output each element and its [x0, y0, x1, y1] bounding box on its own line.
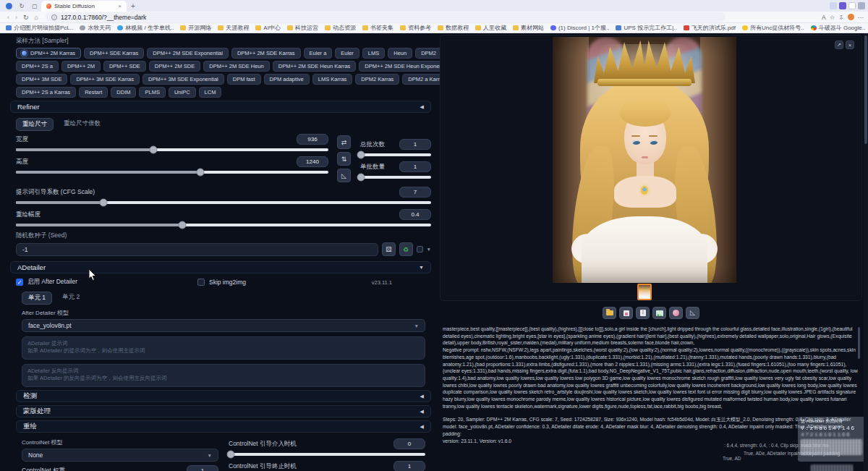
site-info-icon[interactable]: i [51, 14, 57, 20]
sampler-option[interactable]: Restart [79, 87, 108, 98]
sampler-option[interactable]: DPM2 Karras [355, 74, 399, 85]
close-preview-button[interactable]: × [846, 41, 854, 49]
width-value[interactable]: 936 [297, 134, 328, 145]
tab-refresh-icon[interactable]: ↻ [17, 1, 27, 10]
denoise-slider[interactable] [16, 224, 431, 226]
mask-preprocess-accordion[interactable]: 蒙版处理 ◀ [16, 405, 431, 417]
bookmark-item[interactable]: 素材网站 [513, 24, 544, 32]
controlnet-start-knob[interactable] [226, 451, 234, 459]
adetailer-negative-textarea[interactable] [22, 364, 425, 387]
bookmark-item[interactable]: 人里收藏 [475, 24, 506, 32]
bookmark-item[interactable]: 开源网络 [180, 24, 211, 32]
inpaint-accordion[interactable]: 重绘 ◀ [16, 420, 431, 433]
page-scrollbar[interactable] [864, 33, 868, 471]
profile-avatar-icon[interactable] [6, 3, 12, 9]
bookmark-item[interactable]: 介绍图片明细拍摄PcL.. [6, 24, 73, 32]
cfg-value[interactable]: 7 [399, 187, 431, 198]
bookmark-item[interactable]: 林视频 / 生学单线.. [117, 24, 174, 32]
expand-preview-button[interactable]: ↗ [835, 41, 843, 49]
bookmark-item[interactable]: 斗破器斗 Google.. [811, 24, 865, 32]
batch-count-value[interactable]: 1 [399, 139, 431, 150]
sampler-option[interactable]: DPM++ 2M [61, 61, 101, 72]
sampler-option[interactable]: DPM fast [227, 74, 261, 85]
bookmark-item[interactable]: 天涯教程 [218, 24, 249, 32]
sampler-option[interactable]: DPM++ 3M SDE Karras [70, 74, 140, 85]
bookmark-item[interactable]: (1) Discord | 1个服.. [550, 24, 610, 32]
save-image-button[interactable] [619, 307, 633, 319]
adetailer-model-dropdown[interactable]: face_yolov8n.pt ▼ [22, 319, 425, 332]
favorite-star-icon[interactable]: ☆ [830, 14, 835, 21]
extension-icon[interactable] [839, 2, 846, 9]
bookmark-item[interactable]: 动态资源 [325, 24, 356, 32]
tab-actions-icon[interactable]: ▢ [30, 1, 40, 10]
adetailer-prompt-textarea[interactable] [22, 336, 425, 360]
enable-adetailer-checkbox[interactable]: ✓ [16, 279, 23, 286]
sampler-option[interactable]: DPM++ 2M SDE Heun [203, 61, 269, 72]
detect-size-button[interactable]: ◺ [337, 169, 351, 182]
scrollbar-thumb[interactable] [864, 35, 867, 144]
controlnet-start-value[interactable]: 0 [393, 438, 425, 449]
swap-dimensions-button[interactable]: ⇅ [337, 152, 351, 166]
cfg-knob[interactable] [99, 199, 107, 207]
sampler-option[interactable]: DPM++ 2S a Karras [16, 87, 76, 98]
sampler-option[interactable]: DPM++ 2M SDE Heun Karras [273, 61, 357, 72]
denoise-value[interactable]: 0.4 [399, 209, 431, 220]
random-seed-button[interactable]: ⚄ [382, 242, 396, 256]
sampler-option[interactable]: LMS Karras [312, 74, 353, 85]
sampler-option[interactable]: DPM++ SDE Karras [84, 48, 144, 59]
sampler-option[interactable]: DPM++ 2M SDE Karras [231, 48, 301, 59]
bookmark-item[interactable]: AI中心 [255, 24, 281, 32]
sampler-option[interactable]: DPM++ 3M SDE [16, 74, 67, 85]
bookmark-item[interactable]: 数据教程 [438, 24, 469, 32]
controlnet-end-value[interactable]: 1 [393, 461, 425, 471]
bookmark-item[interactable]: 水牧天药 [80, 24, 111, 32]
sampler-option[interactable]: DPM++ SDE [103, 61, 146, 72]
sampler-option[interactable]: DDIM [111, 87, 136, 98]
bookmark-item[interactable]: 飞天的演试乐.pdf [684, 24, 736, 32]
bookmark-item[interactable]: 科技运营 [287, 24, 318, 32]
profile-icon[interactable] [848, 14, 854, 20]
sampler-option[interactable]: LMS [362, 48, 385, 59]
sampler-option[interactable]: DPM++ 3M SDE Exponential [142, 74, 224, 85]
address-bar[interactable]: i 127.0.0.1:7860/?__theme=dark [46, 12, 726, 22]
forward-icon[interactable]: › [15, 14, 17, 21]
batch-count-knob[interactable] [357, 151, 365, 159]
sampler-option[interactable]: DPM++ 2M SDE [149, 61, 200, 72]
open-output-folder-button[interactable] [603, 307, 616, 319]
split-screen-icon[interactable] [848, 2, 856, 9]
tab-unit-2[interactable]: 单元 2 [56, 292, 85, 305]
batch-size-value[interactable]: 1 [399, 161, 431, 172]
sampler-option[interactable]: DPM++ 2M Karras [16, 48, 81, 59]
new-tab-button[interactable]: + [131, 2, 135, 10]
width-slider[interactable] [16, 148, 328, 151]
sampler-option[interactable]: DPM2 [415, 48, 442, 59]
back-icon[interactable]: ‹ [7, 14, 9, 21]
browser-menu-icon[interactable] [858, 2, 865, 9]
controlnet-start-slider[interactable] [229, 453, 425, 456]
height-value[interactable]: 1240 [297, 156, 328, 167]
home-icon[interactable]: ⌂ [35, 14, 38, 21]
bookmark-item[interactable]: 书签夹集 [362, 24, 393, 32]
switch-mode-button[interactable]: ⇄ [337, 135, 351, 149]
refiner-accordion[interactable]: Refiner ◀ [10, 101, 431, 113]
cfg-slider[interactable] [16, 201, 431, 204]
sampler-option[interactable]: UniPC [169, 87, 196, 98]
denoise-knob[interactable] [178, 221, 186, 229]
extra-seed-checkbox[interactable] [417, 246, 423, 253]
tab-resize-to[interactable]: 重绘尺寸 [16, 118, 54, 131]
gallery-thumbnail[interactable] [637, 284, 652, 300]
bookmark-item[interactable]: UPS 投示完工作工|.. [616, 24, 676, 32]
skip-img2img-checkbox[interactable] [197, 279, 205, 286]
controlnet-weight-value[interactable]: 1 [187, 465, 218, 471]
browser-tab[interactable]: Stable Diffusion × [41, 1, 127, 12]
bookmark-item[interactable]: 资料参考 [400, 24, 431, 32]
detection-accordion[interactable]: 检测 ◀ [16, 390, 431, 402]
tab-unit-1[interactable]: 单元 1 [22, 292, 52, 305]
batch-size-slider[interactable] [360, 176, 431, 179]
read-aloud-icon[interactable]: A [822, 14, 826, 21]
height-slider[interactable] [16, 171, 328, 174]
sampler-option[interactable]: Heun [388, 48, 412, 59]
refresh-icon[interactable]: ↻ [23, 14, 29, 21]
save-zip-button[interactable] [636, 307, 650, 319]
downloads-icon[interactable]: ⇩ [838, 14, 843, 21]
